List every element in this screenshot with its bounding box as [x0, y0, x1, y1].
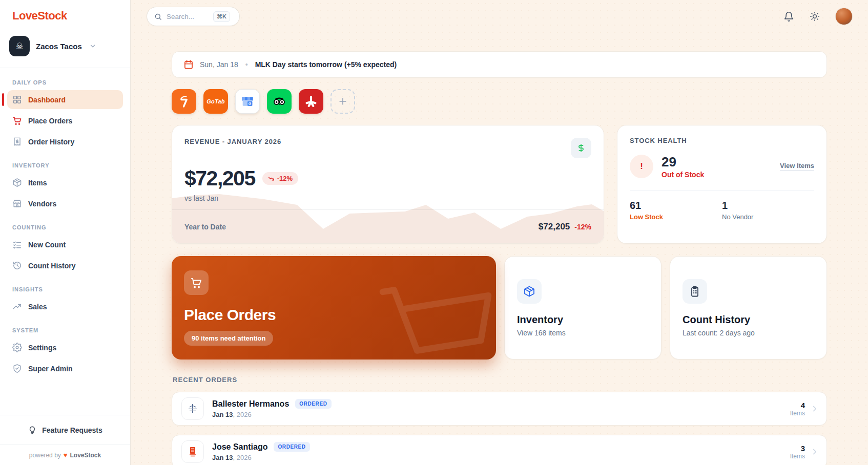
powered-by: powered by ♥ LoveStock [0, 445, 130, 465]
sidebar-item-count-history[interactable]: Count History [7, 256, 123, 275]
topbar: ⌘K [131, 0, 868, 33]
jose-santiago-logo [186, 445, 199, 458]
sidebar-item-label: Count History [28, 262, 76, 270]
package-icon [517, 279, 542, 304]
low-stock-label: Low Stock [630, 213, 722, 221]
revenue-change-badge: -12% [262, 172, 298, 185]
user-avatar[interactable] [835, 8, 853, 25]
bell-icon [783, 11, 794, 22]
yelp-icon [304, 94, 318, 109]
no-vendor-count: 1 [722, 200, 814, 212]
sidebar-item-settings[interactable]: Settings [7, 338, 123, 357]
out-of-stock-count: 29 [662, 155, 704, 170]
calendar-icon [183, 59, 194, 70]
feature-requests-button[interactable]: Feature Requests [0, 415, 130, 445]
vendor-name: Ballester Hermanos [212, 399, 289, 409]
chevron-down-icon [89, 43, 96, 50]
search-input[interactable] [167, 13, 209, 20]
chevron-right-icon [810, 447, 819, 456]
history-icon [12, 261, 22, 270]
tripadvisor-icon [271, 93, 287, 110]
nav-section-inventory: INVENTORY [12, 162, 118, 168]
revenue-title: REVENUE - JANUARY 2026 [184, 138, 281, 145]
integration-tripadvisor[interactable] [267, 89, 292, 114]
revenue-change-value: -12% [277, 175, 293, 182]
inventory-title: Inventory [517, 314, 649, 326]
feature-requests-label: Feature Requests [42, 426, 102, 434]
no-vendor-stat: 1 No Vendor [722, 200, 814, 221]
add-integration-button[interactable] [330, 89, 355, 114]
integration-google-business[interactable]: G [235, 89, 260, 114]
app-logo: LoveStock [0, 9, 130, 23]
vendor-logo [181, 397, 204, 420]
sidebar-item-label: Sales [28, 303, 47, 311]
vendor-logo [181, 440, 204, 463]
integrations-row: GoTab G [172, 89, 827, 114]
ballester-hermanos-logo [186, 402, 199, 415]
sidebar-item-label: Vendors [28, 200, 56, 208]
store-icon [12, 199, 22, 208]
sidebar-item-items[interactable]: Items [7, 173, 123, 192]
nav-section-insights: INSIGHTS [12, 286, 118, 292]
sidebar-item-order-history[interactable]: Order History [7, 132, 123, 151]
gear-icon [12, 343, 22, 352]
sidebar-item-new-count[interactable]: New Count [7, 235, 123, 254]
inventory-card[interactable]: Inventory View 168 items [504, 256, 662, 360]
order-row-ballester-hermanos[interactable]: Ballester Hermanos ORDERED Jan 13, 2026 … [172, 392, 827, 426]
count-history-card[interactable]: Count History Last count: 2 days ago [670, 256, 827, 360]
count-history-title: Count History [683, 314, 814, 326]
order-date: Jan 13, 2026 [212, 454, 310, 461]
no-vendor-label: No Vendor [722, 213, 814, 221]
receipt-icon [12, 137, 22, 146]
grid-icon [12, 95, 22, 104]
low-stock-stat: 61 Low Stock [630, 200, 722, 221]
order-date-day: Jan 13 [212, 454, 233, 461]
workspace-switcher[interactable]: ☠ Zacos Tacos [9, 36, 121, 56]
nav-section-daily-ops: DAILY OPS [12, 79, 118, 86]
sidebar-item-label: Settings [28, 344, 56, 352]
stock-health-card: STOCK HEALTH ! 29 Out of Stock View Item… [617, 125, 827, 244]
sidebar-item-label: Order History [28, 138, 74, 146]
sidebar-item-super-admin[interactable]: Super Admin [7, 359, 123, 378]
date-banner: Sun, Jan 18 • MLK Day starts tomorrow (+… [172, 51, 827, 78]
notifications-button[interactable] [783, 11, 794, 22]
sidebar-item-sales[interactable]: Sales [7, 297, 123, 316]
lightbulb-icon [28, 426, 37, 435]
item-count: 3 Items [790, 444, 805, 460]
low-stock-count: 61 [630, 200, 722, 212]
integration-yelp[interactable] [299, 89, 323, 114]
order-date-year: , 2026 [233, 454, 251, 461]
item-count-value: 3 [790, 444, 805, 453]
plus-icon [338, 96, 348, 107]
sidebar-item-place-orders[interactable]: Place Orders [7, 111, 123, 130]
search-bar[interactable]: ⌘K [147, 7, 240, 26]
actions-row: Place Orders 90 items need attention Inv… [172, 256, 827, 360]
recent-orders-heading: RECENT ORDERS [173, 376, 826, 384]
search-icon [154, 13, 162, 20]
ytd-change: -12% [574, 223, 591, 231]
sidebar-item-dashboard[interactable]: Dashboard [7, 90, 123, 109]
item-count-unit: Items [790, 410, 805, 417]
cart-watermark-icon [362, 256, 496, 360]
trending-up-icon [12, 302, 22, 311]
place-orders-card[interactable]: Place Orders 90 items need attention [172, 256, 496, 360]
theme-toggle-button[interactable] [810, 11, 820, 22]
banner-separator: • [245, 60, 248, 69]
sun-icon [810, 11, 820, 22]
attention-badge: 90 items need attention [184, 331, 273, 346]
out-of-stock-label: Out of Stock [662, 171, 704, 179]
revenue-card: REVENUE - JANUARY 2026 $72,205 -12% vs l… [172, 125, 604, 244]
integration-7shifts[interactable] [172, 89, 196, 114]
stats-row: REVENUE - JANUARY 2026 $72,205 -12% vs l… [172, 125, 827, 244]
nav-section-counting: COUNTING [12, 224, 118, 230]
revenue-footer: Year to Date $72,205 -12% [172, 209, 604, 243]
sidebar-item-label: Super Admin [28, 365, 73, 373]
integration-gotab[interactable]: GoTab [203, 89, 228, 114]
item-count-value: 4 [790, 401, 805, 410]
cart-icon [184, 270, 209, 295]
svg-text:G: G [249, 101, 252, 106]
view-items-link[interactable]: View Items [780, 162, 814, 171]
status-badge: ORDERED [274, 442, 309, 452]
order-row-jose-santiago[interactable]: Jose Santiago ORDERED Jan 13, 2026 3 Ite… [172, 435, 827, 465]
sidebar-item-vendors[interactable]: Vendors [7, 194, 123, 213]
